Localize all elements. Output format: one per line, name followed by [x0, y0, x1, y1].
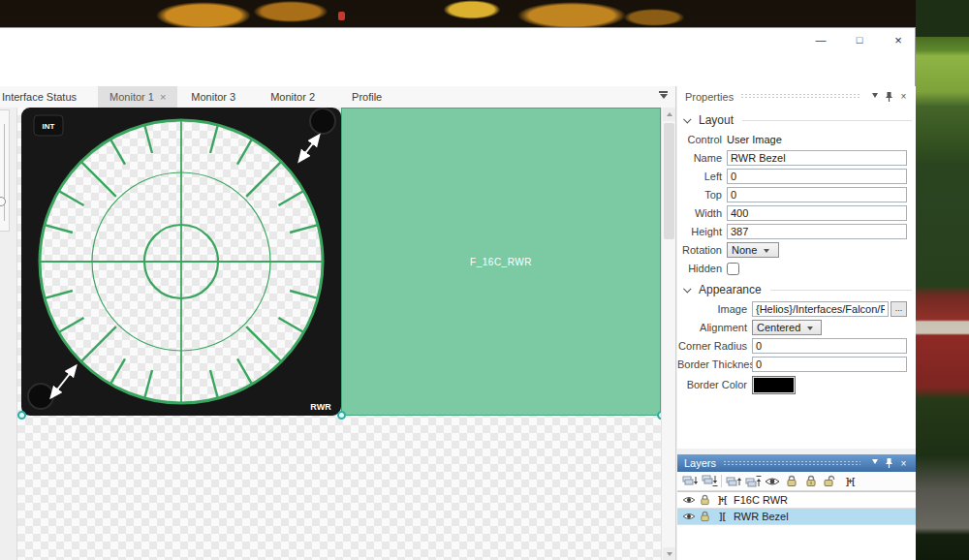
layers-panel: Layers × — [677, 454, 916, 560]
layers-list: ]+[ F16C RWR ] [ RWR Bezel — [677, 491, 916, 525]
snap-state-icon[interactable]: ] [ — [713, 512, 731, 521]
appearance-section: Appearance Image ... Alignment Centered — [677, 283, 916, 394]
maximize-button[interactable]: □ — [845, 30, 874, 49]
rotation-dropdown[interactable]: None — [727, 242, 779, 258]
dock-column: Properties × Layout Control — [675, 86, 916, 560]
width-row: Width — [677, 205, 907, 221]
eye-icon[interactable] — [680, 495, 697, 505]
zoom-slider-track — [4, 124, 5, 221]
tab-monitor-3[interactable]: Monitor 3 — [179, 86, 247, 108]
chevron-down-icon — [683, 285, 691, 293]
close-panel-icon[interactable]: × — [896, 90, 911, 104]
selection-handle[interactable] — [17, 411, 26, 420]
header-drag-texture — [740, 93, 860, 100]
layer-row-rwr-bezel[interactable]: ] [ RWR Bezel — [677, 509, 916, 525]
visibility-icon[interactable] — [763, 474, 782, 488]
layout-section: Layout Control User Image Name Left — [677, 113, 916, 276]
layers-header: Layers × — [677, 454, 916, 472]
document-tab-strip: Interface Status Monitor 1 × Monitor 3 M… — [0, 86, 675, 108]
tab-list-menu-icon[interactable] — [659, 91, 668, 103]
lock-all-icon[interactable] — [801, 474, 821, 488]
border-thickness-row: Border Thickness — [677, 357, 907, 372]
tab-monitor-1[interactable]: Monitor 1 × — [98, 86, 177, 108]
height-field[interactable] — [727, 224, 907, 239]
name-row: Name — [677, 150, 907, 166]
tab-profile[interactable]: Profile — [340, 86, 393, 108]
alignment-dropdown[interactable]: Centered — [752, 320, 822, 335]
pin-icon[interactable] — [882, 456, 896, 470]
top-field[interactable] — [727, 187, 907, 202]
send-backward-icon[interactable] — [680, 474, 700, 488]
backdrop-red-marker — [338, 12, 345, 20]
layers-title: Layers — [684, 457, 716, 469]
tab-interface-status[interactable]: Interface Status — [0, 86, 88, 108]
lock-icon[interactable] — [697, 511, 713, 522]
top-row: Top — [677, 187, 907, 202]
selection-label: F_16C_RWR — [470, 257, 532, 267]
properties-panel: Properties × Layout Control — [677, 86, 916, 449]
layer-row-f16c-rwr[interactable]: ]+[ F16C RWR — [677, 492, 916, 509]
snap-state-icon[interactable]: ]+[ — [713, 495, 731, 505]
close-button[interactable]: × — [884, 30, 913, 49]
width-field[interactable] — [727, 205, 907, 221]
monitor-canvas[interactable]: F_16C_RWR — [17, 108, 661, 560]
rwr-bezel-image[interactable]: INT RWR — [21, 108, 341, 416]
height-row: Height — [677, 224, 907, 239]
layout-section-header[interactable]: Layout — [685, 113, 912, 127]
lock-icon[interactable] — [697, 494, 713, 506]
canvas-vertical-scrollbar[interactable] — [661, 108, 675, 560]
properties-title: Properties — [685, 91, 734, 103]
border-color-swatch[interactable] — [752, 376, 796, 394]
screen: — □ × Interface Status Monitor 1 × Monit… — [0, 0, 969, 560]
f16c-rwr-selection-region[interactable]: F_16C_RWR — [341, 108, 661, 416]
toolbar-separator — [721, 475, 722, 487]
close-panel-icon[interactable]: × — [896, 456, 911, 470]
header-drag-texture — [723, 460, 860, 467]
scroll-up-icon[interactable] — [663, 108, 675, 121]
desktop-background-right — [916, 0, 969, 560]
border-color-row: Border Color — [677, 375, 907, 394]
control-row: Control User Image — [677, 132, 907, 147]
selection-handle[interactable] — [337, 411, 346, 420]
chevron-down-icon — [683, 115, 691, 123]
lock-icon[interactable] — [782, 474, 801, 488]
browse-button[interactable]: ... — [891, 301, 907, 317]
border-thickness-field[interactable] — [752, 357, 907, 372]
scroll-down-icon[interactable] — [663, 547, 675, 560]
menu-down-icon[interactable] — [867, 90, 882, 104]
control-value: User Image — [727, 134, 782, 145]
menu-down-icon[interactable] — [867, 456, 882, 470]
bezel-knob-bottom-left — [28, 384, 53, 409]
properties-header: Properties × — [677, 86, 916, 107]
corner-radius-row: Corner Radius — [677, 338, 907, 354]
left-tool-strip — [0, 108, 17, 560]
bring-forward-icon[interactable] — [724, 474, 743, 488]
zoom-slider-panel — [0, 109, 10, 232]
scrollbar-thumb[interactable] — [664, 123, 674, 239]
layer-name: F16C RWR — [734, 494, 788, 506]
image-row: Image ... — [677, 301, 907, 317]
hidden-checkbox[interactable] — [727, 263, 739, 275]
send-to-back-icon[interactable] — [700, 474, 719, 488]
int-label: INT — [43, 122, 55, 131]
unlock-icon[interactable] — [821, 474, 840, 488]
pin-icon[interactable] — [882, 90, 896, 104]
appearance-section-header[interactable]: Appearance — [685, 283, 912, 296]
snap-brackets-icon[interactable]: ]+[ — [840, 474, 860, 488]
name-field[interactable] — [727, 150, 907, 166]
eye-icon[interactable] — [680, 512, 697, 521]
left-row: Left — [677, 169, 907, 184]
image-path-field[interactable] — [752, 301, 889, 317]
helios-editor-window: — □ × Interface Status Monitor 1 × Monit… — [0, 27, 916, 560]
chevron-down-icon — [764, 249, 769, 256]
alignment-row: Alignment Centered — [677, 320, 907, 335]
tab-monitor-2[interactable]: Monitor 2 — [259, 86, 327, 108]
bezel-knob-top-right — [310, 109, 335, 134]
bring-to-front-icon[interactable] — [743, 474, 763, 488]
corner-radius-field[interactable] — [752, 338, 907, 354]
tab-close-icon[interactable]: × — [160, 92, 166, 103]
rotation-row: Rotation None — [677, 242, 907, 258]
left-field[interactable] — [727, 169, 907, 184]
minimize-button[interactable]: — — [806, 30, 835, 49]
layers-toolbar: ]+[ — [677, 472, 916, 491]
